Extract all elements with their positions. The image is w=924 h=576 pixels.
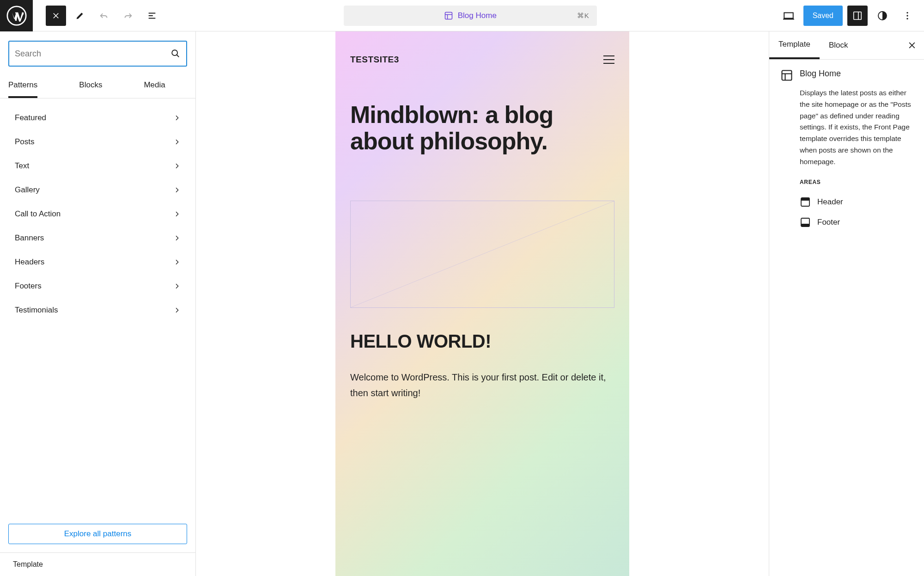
category-label: Text	[15, 161, 29, 171]
svg-rect-2	[854, 12, 862, 19]
category-label: Featured	[15, 113, 46, 123]
category-label: Call to Action	[15, 209, 61, 219]
category-label: Gallery	[15, 185, 40, 195]
svg-point-7	[172, 50, 177, 55]
settings-panel-toggle[interactable]	[847, 6, 868, 26]
template-frame[interactable]: TESTSITE3 Mindblown: a blog about philos…	[335, 31, 629, 576]
post-excerpt[interactable]: Welcome to WordPress. This is your first…	[350, 369, 614, 401]
chevron-right-icon	[173, 210, 181, 218]
search-icon	[170, 49, 181, 59]
settings-panel: Template Block Blog Home Displays the la…	[769, 31, 924, 576]
featured-image-placeholder[interactable]	[350, 201, 614, 308]
chevron-right-icon	[173, 306, 181, 314]
document-title: Blog Home	[458, 11, 497, 20]
settings-tabs: Template Block	[769, 31, 924, 60]
editor-canvas[interactable]: TESTSITE3 Mindblown: a blog about philos…	[196, 31, 769, 576]
redo-button[interactable]	[118, 6, 138, 26]
layout-icon	[780, 69, 793, 82]
tab-blocks[interactable]: Blocks	[79, 74, 102, 98]
category-label: Footers	[15, 282, 42, 291]
menu-icon[interactable]	[603, 55, 614, 64]
pattern-category-item[interactable]: Text	[4, 154, 192, 178]
list-view-button[interactable]	[142, 6, 162, 26]
site-title[interactable]: TESTSITE3	[350, 55, 399, 65]
category-label: Posts	[15, 137, 35, 147]
pattern-category-list: FeaturedPostsTextGalleryCall to ActionBa…	[0, 98, 195, 515]
template-description: Displays the latest posts as either the …	[800, 87, 913, 168]
tab-patterns[interactable]: Patterns	[8, 74, 37, 98]
chevron-right-icon	[173, 138, 181, 146]
svg-rect-12	[801, 224, 809, 227]
tab-template[interactable]: Template	[769, 31, 820, 59]
wordpress-logo[interactable]	[0, 0, 33, 31]
category-label: Banners	[15, 233, 44, 243]
command-shortcut: ⌘K	[577, 12, 590, 20]
search-input[interactable]	[15, 49, 170, 59]
chevron-right-icon	[173, 186, 181, 194]
area-footer[interactable]: Footer	[800, 212, 913, 233]
tab-media[interactable]: Media	[144, 74, 165, 98]
pattern-category-item[interactable]: Call to Action	[4, 202, 192, 226]
pattern-category-item[interactable]: Banners	[4, 226, 192, 250]
search-box[interactable]	[8, 41, 187, 67]
svg-point-5	[906, 15, 908, 16]
pattern-category-item[interactable]: Footers	[4, 274, 192, 298]
footer-icon	[800, 217, 811, 228]
svg-rect-8	[782, 71, 792, 80]
template-title: Blog Home	[800, 69, 841, 82]
areas-heading: AREAS	[800, 179, 913, 185]
pattern-category-item[interactable]: Posts	[4, 130, 192, 154]
edit-tool-button[interactable]	[70, 6, 90, 26]
svg-rect-10	[801, 198, 809, 201]
category-label: Testimonials	[15, 306, 58, 315]
view-button[interactable]	[778, 6, 799, 26]
area-header[interactable]: Header	[800, 192, 913, 212]
post-title[interactable]: HELLO WORLD!	[350, 331, 614, 352]
inserter-panel: Patterns Blocks Media FeaturedPostsTextG…	[0, 31, 196, 576]
svg-point-4	[906, 12, 908, 13]
svg-point-6	[906, 18, 908, 19]
breadcrumb[interactable]: Template	[0, 552, 195, 576]
pattern-category-item[interactable]: Testimonials	[4, 298, 192, 322]
chevron-right-icon	[173, 234, 181, 242]
layout-icon	[444, 11, 453, 20]
chevron-right-icon	[173, 282, 181, 290]
pattern-category-item[interactable]: Featured	[4, 106, 192, 130]
close-settings-button[interactable]	[900, 41, 924, 50]
save-button[interactable]: Saved	[803, 6, 843, 26]
top-toolbar: Blog Home ⌘K Saved	[0, 0, 924, 31]
options-menu-button[interactable]	[897, 6, 918, 26]
pattern-category-item[interactable]: Headers	[4, 250, 192, 274]
site-header[interactable]: TESTSITE3	[350, 55, 614, 65]
explore-patterns-button[interactable]: Explore all patterns	[8, 524, 187, 544]
chevron-right-icon	[173, 162, 181, 170]
chevron-right-icon	[173, 258, 181, 266]
styles-button[interactable]	[872, 6, 893, 26]
inserter-tabs: Patterns Blocks Media	[0, 71, 195, 98]
tab-block[interactable]: Block	[820, 32, 857, 58]
undo-button[interactable]	[94, 6, 114, 26]
pattern-category-item[interactable]: Gallery	[4, 178, 192, 202]
close-inserter-button[interactable]	[46, 6, 66, 26]
header-icon	[800, 196, 811, 208]
document-title-bar[interactable]: Blog Home ⌘K	[344, 6, 597, 26]
category-label: Headers	[15, 257, 44, 267]
chevron-right-icon	[173, 114, 181, 122]
hero-heading[interactable]: Mindblown: a blog about philosophy.	[350, 102, 614, 154]
svg-rect-1	[445, 12, 452, 19]
